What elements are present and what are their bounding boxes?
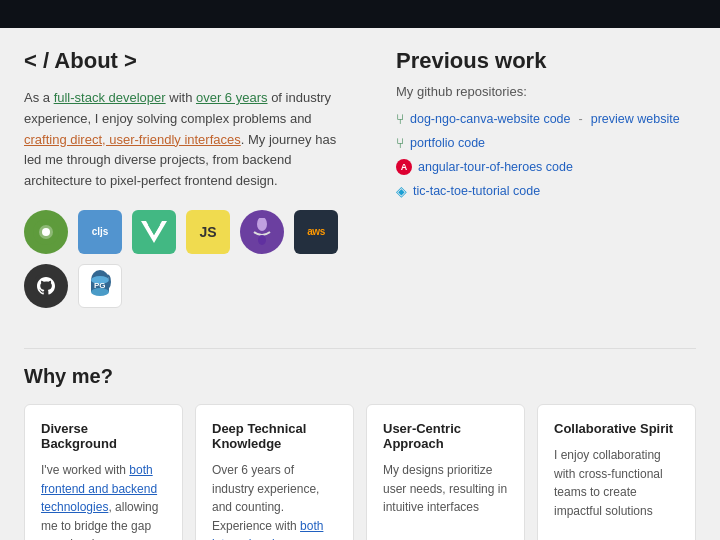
fork-icon-2: ⑂: [396, 135, 404, 151]
postgresql-icon: PG: [78, 264, 122, 308]
about-description: As a full-stack developer with over 6 ye…: [24, 88, 356, 192]
repo-link-4[interactable]: tic-tac-toe-tutorial code: [413, 184, 540, 198]
card-text-4: I enjoy collaborating with cross-functio…: [554, 446, 679, 520]
svg-text:PG: PG: [94, 281, 106, 290]
highlight-2: both internal and user-facing products: [212, 519, 323, 540]
javascript-icon: JS: [186, 210, 230, 254]
card-technical-knowledge: Deep Technical Knowledge Over 6 years of…: [195, 404, 354, 540]
repo-list: ⑂ dog-ngo-canva-website code - preview w…: [396, 111, 696, 199]
about-title: < / About >: [24, 48, 356, 74]
cards-row: Diverse Background I've worked with both…: [24, 404, 696, 540]
card-collaborative: Collaborative Spirit I enjoy collaborati…: [537, 404, 696, 540]
card-title-4: Collaborative Spirit: [554, 421, 679, 436]
top-bar: [0, 0, 720, 28]
angular-icon: A: [396, 159, 412, 175]
previous-work-subtitle: My github repositories:: [396, 84, 696, 99]
highlight-1: both frontend and backend technologies: [41, 463, 157, 514]
game-icon: ◈: [396, 183, 407, 199]
repo-link-1[interactable]: dog-ngo-canva-website code: [410, 112, 571, 126]
card-title-3: User-Centric Approach: [383, 421, 508, 451]
repo-item-2: ⑂ portfolio code: [396, 135, 696, 151]
highlight-years: over 6 years: [196, 90, 268, 105]
preview-link-1[interactable]: preview website: [591, 112, 680, 126]
card-title-2: Deep Technical Knowledge: [212, 421, 337, 451]
card-text-1: I've worked with both frontend and backe…: [41, 461, 166, 540]
card-title-1: Diverse Background: [41, 421, 166, 451]
tech-icons-row: cljs JS aws: [24, 210, 356, 308]
fork-icon-1: ⑂: [396, 111, 404, 127]
previous-work-section: Previous work My github repositories: ⑂ …: [396, 48, 696, 328]
repo-link-3[interactable]: angular-tour-of-heroes code: [418, 160, 573, 174]
svg-point-6: [258, 235, 266, 245]
card-diverse-background: Diverse Background I've worked with both…: [24, 404, 183, 540]
why-me-title: Why me?: [24, 365, 696, 388]
html-icon: [240, 210, 284, 254]
why-me-section: Why me? Diverse Background I've worked w…: [0, 349, 720, 540]
github-icon: [24, 264, 68, 308]
clojure-icon: [24, 210, 68, 254]
card-text-2: Over 6 years of industry experience, and…: [212, 461, 337, 540]
repo-item-4: ◈ tic-tac-toe-tutorial code: [396, 183, 696, 199]
about-section: < / About > As a full-stack developer wi…: [24, 48, 356, 328]
aws-icon: aws: [294, 210, 338, 254]
svg-point-5: [257, 218, 267, 231]
previous-work-title: Previous work: [396, 48, 696, 74]
svg-point-7: [33, 273, 59, 299]
separator-1: -: [579, 112, 583, 126]
repo-link-2[interactable]: portfolio code: [410, 136, 485, 150]
repo-item-1: ⑂ dog-ngo-canva-website code - preview w…: [396, 111, 696, 127]
card-user-centric: User-Centric Approach My designs priorit…: [366, 404, 525, 540]
repo-item-3: A angular-tour-of-heroes code: [396, 159, 696, 175]
svg-point-2: [42, 228, 50, 236]
highlight-crafting: crafting direct, user-friendly interface…: [24, 132, 241, 147]
highlight-fullstack: full-stack developer: [54, 90, 166, 105]
card-text-3: My designs prioritize user needs, result…: [383, 461, 508, 517]
clojurescript-icon: cljs: [78, 210, 122, 254]
vue-icon: [132, 210, 176, 254]
